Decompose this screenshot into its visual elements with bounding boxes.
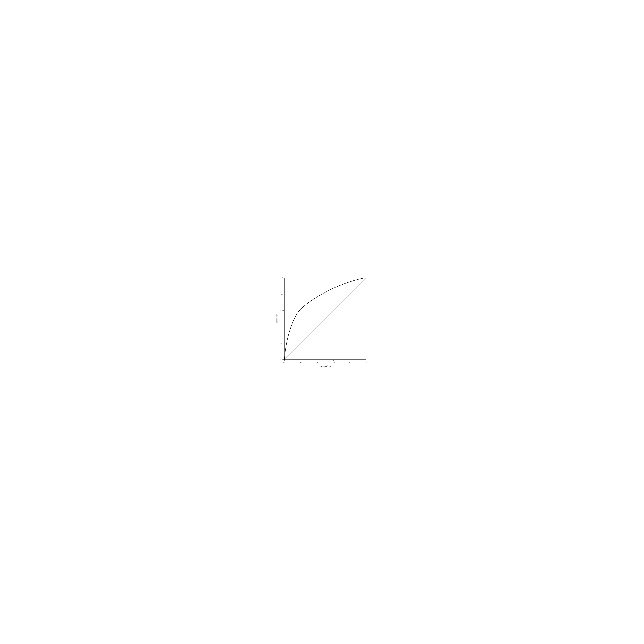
y-tick-label-02: 0.2 [281,342,283,344]
y-tick-label-06: 0.6 [281,310,283,311]
x-tick-label-10: 1.0 [365,361,367,363]
x-axis-label: 1 - Specificity [320,365,331,367]
x-tick-label-02: 0.2 [300,361,302,363]
x-tick-label-08: 0.8 [349,361,351,363]
x-tick-label-0: 0.0 [283,361,286,363]
y-axis-label: Sensitivity [276,314,278,323]
y-tick-label-08: 0.8 [281,293,283,295]
y-tick-label-04: 0.4 [281,326,283,328]
x-tick-label-06: 0.6 [333,361,335,363]
y-tick-label-0: 0.0 [281,359,283,361]
y-tick-label-10: 1.0 [281,277,283,279]
chart-container: 0.0 0.2 0.4 0.6 0.8 1.0 0.0 0.2 0.4 0.6 [275,275,369,369]
x-tick-label-04: 0.4 [316,361,318,363]
